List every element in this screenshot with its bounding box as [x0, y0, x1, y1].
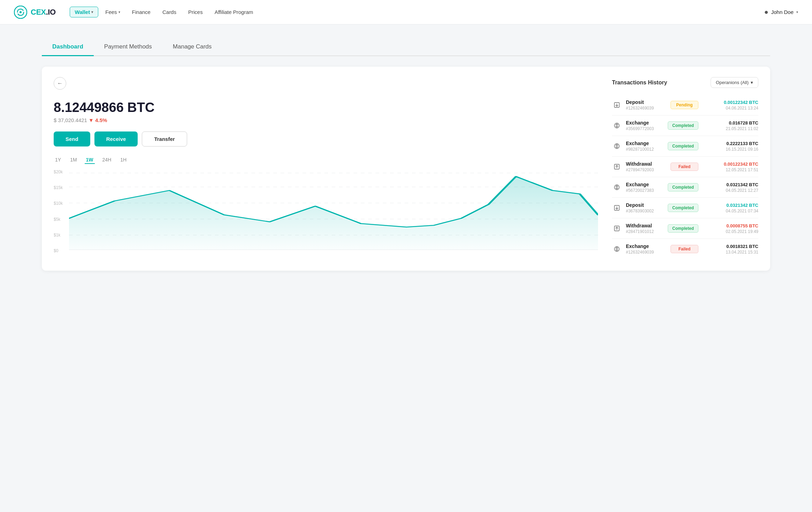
filter-1w[interactable]: 1W — [85, 156, 95, 164]
chevron-down-icon: ▾ — [796, 10, 798, 14]
content-card: ← 8.12449866 BTC $ 37,020.4421 ▼ 4.5% Se… — [42, 67, 770, 271]
transaction-amount: 0.0018321 BTC 13.04.2021 15:31 — [703, 244, 758, 255]
chevron-down-icon: ▾ — [118, 10, 120, 14]
transaction-info: Deposit #12632469039 — [626, 99, 666, 111]
chevron-down-icon: ▾ — [91, 10, 93, 14]
tab-manage-cards[interactable]: Manage Cards — [162, 38, 222, 56]
user-name: John Doe — [771, 9, 794, 15]
transaction-info: Withdrawal #27894792003 — [626, 161, 666, 172]
tabs-container: Dashboard Payment Methods Manage Cards — [0, 24, 812, 56]
nav-items: Wallet ▾ Fees ▾ Finance Cards Prices Aff… — [70, 7, 764, 17]
transfer-button[interactable]: Transfer — [142, 131, 187, 146]
transaction-amount: 0.00122342 BTC 04.06.2021 13:24 — [703, 100, 758, 111]
nav-item-finance[interactable]: Finance — [127, 7, 155, 17]
deposit-icon — [612, 203, 622, 213]
chart-svg-wrap — [69, 170, 598, 253]
table-row: Exchange #56720027383 Completed 0.032134… — [612, 177, 758, 198]
status-badge: Completed — [668, 121, 698, 130]
transaction-info: Deposit #36783903002 — [626, 202, 664, 213]
tabs: Dashboard Payment Methods Manage Cards — [42, 38, 770, 56]
logo-text: CEX.IO — [31, 8, 56, 17]
exchange-icon — [612, 182, 622, 192]
chevron-down-icon: ▾ — [751, 80, 753, 85]
nav-item-affiliate[interactable]: Affiliate Program — [210, 7, 258, 17]
withdrawal-icon — [612, 162, 622, 172]
status-badge: Completed — [668, 224, 698, 233]
table-row: Deposit #12632469039 Pending 0.00122342 … — [612, 95, 758, 115]
transaction-amount: 0.2222133 BTC 16.15.2021 09:16 — [703, 141, 758, 152]
right-panel: Transactions History Operanions (All) ▾ — [612, 77, 758, 260]
nav-item-prices[interactable]: Prices — [183, 7, 208, 17]
deposit-icon — [612, 100, 622, 110]
back-button[interactable]: ← — [54, 77, 66, 90]
transaction-amount: 0.0321342 BTC 04.05.2021 12:27 — [703, 182, 758, 193]
filter-1y[interactable]: 1Y — [54, 156, 62, 164]
transaction-info: Exchange #98287100012 — [626, 141, 664, 152]
transaction-amount: 0.0321342 BTC 04.05.2021 07:34 — [703, 203, 758, 213]
status-badge: Failed — [671, 163, 698, 171]
table-row: Withdrawal #27894792003 Failed 0.0012234… — [612, 157, 758, 177]
main-content: ← 8.12449866 BTC $ 37,020.4421 ▼ 4.5% Se… — [0, 56, 812, 285]
filter-24h[interactable]: 24H — [101, 156, 113, 164]
nav-item-wallet[interactable]: Wallet ▾ — [70, 7, 99, 17]
left-panel: ← 8.12449866 BTC $ 37,020.4421 ▼ 4.5% Se… — [54, 77, 598, 260]
transaction-info: Exchange #56720027383 — [626, 182, 664, 193]
transactions-header: Transactions History Operanions (All) ▾ — [612, 77, 758, 88]
table-row: Exchange #12632469039 Failed 0.0018321 B… — [612, 239, 758, 259]
transaction-info: Exchange #35699772003 — [626, 120, 664, 131]
transactions-title: Transactions History — [612, 80, 667, 86]
tab-dashboard[interactable]: Dashboard — [42, 38, 94, 56]
table-row: Exchange #35699772003 Completed 0.016728… — [612, 115, 758, 136]
table-row: Exchange #98287100012 Completed 0.222213… — [612, 136, 758, 157]
table-row: Withdrawal #28471901012 Completed 0.0008… — [612, 218, 758, 239]
transaction-info: Withdrawal #28471901012 — [626, 223, 664, 234]
nav-item-fees[interactable]: Fees ▾ — [100, 7, 125, 17]
balance-amount: 8.12449866 BTC — [54, 100, 598, 115]
nav-item-cards[interactable]: Cards — [158, 7, 181, 17]
user-menu[interactable]: ● John Doe ▾ — [764, 8, 798, 16]
send-button[interactable]: Send — [54, 131, 90, 146]
transactions-list: Deposit #12632469039 Pending 0.00122342 … — [612, 95, 758, 259]
withdrawal-icon — [612, 224, 622, 233]
navbar: CEX.IO Wallet ▾ Fees ▾ Finance Cards Pri… — [0, 0, 812, 24]
price-change: ▼ 4.5% — [89, 117, 107, 123]
status-badge: Completed — [668, 204, 698, 212]
table-row: Deposit #36783903002 Completed 0.0321342… — [612, 198, 758, 218]
exchange-icon — [612, 244, 622, 254]
chart-y-labels: $20k $15k $10k $5k $1k $0 — [54, 170, 63, 253]
status-badge: Completed — [668, 142, 698, 150]
status-badge: Failed — [671, 245, 698, 253]
transaction-amount: 0.00122342 BTC 12.05.2021 17:51 — [703, 161, 758, 172]
receive-button[interactable]: Receive — [94, 131, 138, 146]
logo[interactable]: CEX.IO — [14, 6, 56, 19]
transactions-filter[interactable]: Operanions (All) ▾ — [711, 77, 758, 88]
exchange-icon — [612, 121, 622, 130]
transaction-info: Exchange #12632469039 — [626, 243, 666, 255]
user-icon: ● — [764, 8, 768, 16]
time-filters: 1Y 1M 1W 24H 1H — [54, 156, 598, 164]
svg-point-1 — [20, 11, 22, 13]
filter-1m[interactable]: 1M — [69, 156, 78, 164]
status-badge: Completed — [668, 183, 698, 191]
filter-1h[interactable]: 1H — [119, 156, 128, 164]
status-badge: Pending — [671, 101, 698, 109]
chart-area: $20k $15k $10k $5k $1k $0 — [54, 170, 598, 260]
transaction-amount: 0.016728 BTC 21.05.2021 11:02 — [703, 120, 758, 131]
action-buttons: Send Receive Transfer — [54, 131, 598, 146]
tab-payment-methods[interactable]: Payment Methods — [94, 38, 162, 56]
exchange-icon — [612, 141, 622, 151]
transaction-amount: 0.0008755 BTC 02.05.2021 19:49 — [703, 223, 758, 234]
balance-usd: $ 37,020.4421 ▼ 4.5% — [54, 117, 598, 123]
